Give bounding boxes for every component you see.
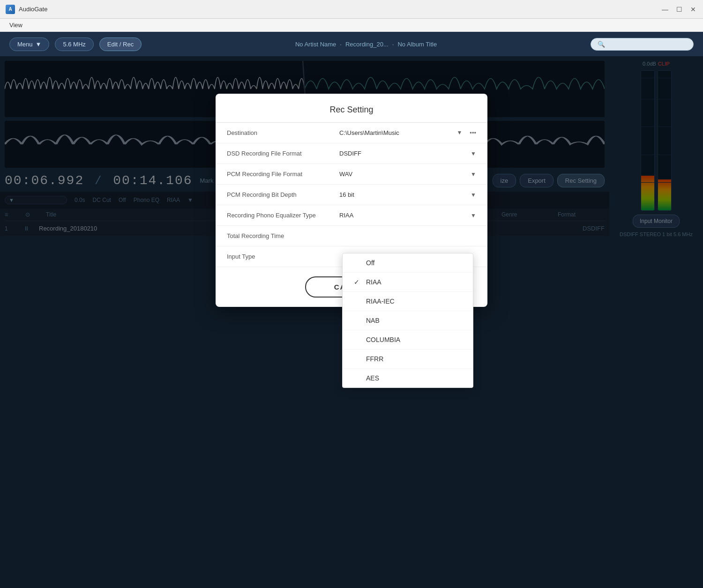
dialog-value-bit-depth: 16 bit ▼ [339, 191, 476, 198]
dropdown-item-nab[interactable]: NAB [343, 311, 473, 330]
modal-overlay: Rec Setting Destination C:\Users\Martin\… [0, 56, 703, 588]
dropdown-label-columbia: COLUMBIA [366, 336, 400, 343]
dialog-title: Rec Setting [216, 94, 487, 123]
menu-bar: View [0, 19, 703, 32]
maximize-button[interactable]: ☐ [675, 5, 683, 14]
dialog-row-dsd-format: DSD Recording File Format DSDIFF ▼ [216, 143, 487, 164]
dropdown-label-riaa-iec: RIAA-IEC [366, 298, 395, 305]
dialog-row-total-time: Total Recording Time [216, 226, 487, 246]
check-off [354, 259, 361, 267]
dropdown-item-aes[interactable]: AES [343, 369, 473, 387]
phono-eq-dropdown: Off ✓ RIAA RIAA-IEC NAB COLUMBIA [342, 253, 473, 388]
title-bar: A AudioGate — ☐ ✕ [0, 0, 703, 19]
destination-arrow[interactable]: ▼ [456, 129, 462, 136]
dialog-label-input-type: Input Type [227, 253, 330, 260]
dialog-label-phono-eq: Recording Phono Equalizer Type [227, 212, 330, 219]
dropdown-item-riaa-iec[interactable]: RIAA-IEC [343, 292, 473, 311]
title-bar-controls: — ☐ ✕ [661, 5, 697, 14]
dialog-label-pcm-format: PCM Recording File Format [227, 171, 330, 178]
check-aes [354, 374, 361, 382]
freq-button[interactable]: 5.6 MHz [55, 37, 93, 51]
app-icon: A [6, 5, 15, 14]
dialog-value-destination: C:\Users\Martin\Music ▼ ••• [339, 129, 476, 136]
close-button[interactable]: ✕ [689, 5, 697, 14]
dialog-label-total-time: Total Recording Time [227, 232, 330, 239]
pcm-format-arrow[interactable]: ▼ [471, 171, 476, 178]
minimize-button[interactable]: — [661, 5, 669, 14]
dialog-row-destination: Destination C:\Users\Martin\Music ▼ ••• [216, 123, 487, 143]
dropdown-label-ffrr: FFRR [366, 355, 383, 363]
check-columbia [354, 336, 361, 343]
title-bar-left: A AudioGate [6, 5, 47, 14]
dialog-label-bit-depth: PCM Recording Bit Depth [227, 191, 330, 198]
check-riaa-iec [354, 298, 361, 305]
toolbar-center: No Artist Name · Recording_20... · No Al… [147, 41, 585, 48]
dialog-label-destination: Destination [227, 129, 330, 136]
dropdown-label-nab: NAB [366, 317, 380, 324]
search-icon: 🔍 [598, 41, 605, 48]
check-ffrr [354, 355, 361, 363]
app-title: AudioGate [19, 6, 47, 13]
dropdown-item-columbia[interactable]: COLUMBIA [343, 330, 473, 350]
dialog-body: Destination C:\Users\Martin\Music ▼ ••• … [216, 123, 487, 267]
search-box[interactable]: 🔍 [591, 38, 694, 51]
dsd-format-arrow[interactable]: ▼ [471, 150, 476, 157]
dropdown-label-off: Off [366, 259, 374, 267]
dropdown-label-riaa: RIAA [366, 278, 381, 286]
rec-setting-dialog: Rec Setting Destination C:\Users\Martin\… [216, 94, 487, 307]
check-riaa: ✓ [354, 278, 361, 286]
dialog-row-pcm-format: PCM Recording File Format WAV ▼ [216, 164, 487, 185]
destination-dots[interactable]: ••• [470, 129, 476, 136]
dropdown-label-aes: AES [366, 374, 379, 382]
main-content: 00:06.992 / 00:14.106 Mark Add Remove iz… [0, 56, 703, 588]
dropdown-item-off[interactable]: Off [343, 253, 473, 273]
bit-depth-arrow[interactable]: ▼ [471, 192, 476, 198]
check-nab [354, 317, 361, 324]
dialog-value-phono-eq: RIAA ▼ [339, 212, 476, 219]
phono-eq-arrow-dialog[interactable]: ▼ [471, 212, 476, 219]
toolbar: Menu ▼ 5.6 MHz Edit / Rec No Artist Name… [0, 32, 703, 56]
dropdown-item-ffrr[interactable]: FFRR [343, 350, 473, 369]
menu-button[interactable]: Menu ▼ [9, 37, 49, 51]
dialog-row-phono-eq: Recording Phono Equalizer Type RIAA ▼ [216, 205, 487, 226]
dialog-label-dsd-format: DSD Recording File Format [227, 150, 330, 157]
menu-item-view[interactable]: View [6, 21, 26, 30]
dialog-value-dsd-format: DSDIFF ▼ [339, 150, 476, 157]
edit-rec-button[interactable]: Edit / Rec [99, 37, 142, 51]
dropdown-item-riaa[interactable]: ✓ RIAA [343, 273, 473, 292]
dialog-value-pcm-format: WAV ▼ [339, 171, 476, 178]
dialog-row-bit-depth: PCM Recording Bit Depth 16 bit ▼ [216, 185, 487, 205]
